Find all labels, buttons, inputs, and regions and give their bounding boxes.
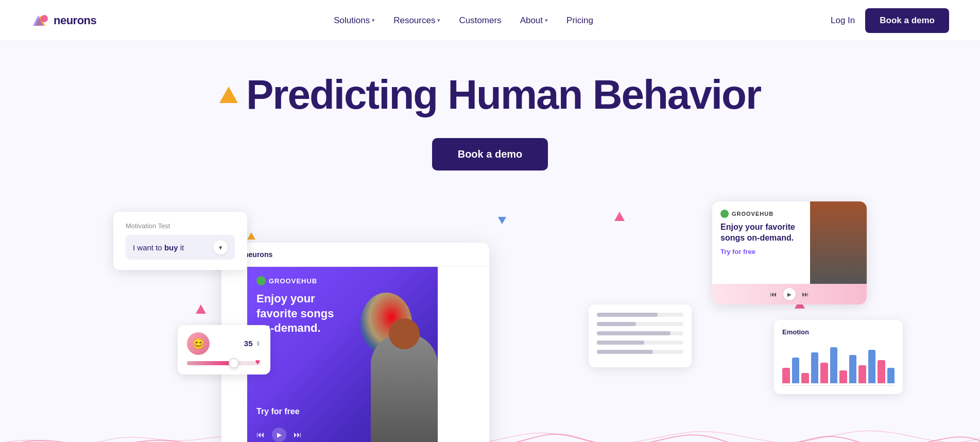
ghc-play-button[interactable]: ▶ (783, 288, 796, 300)
metric-bar-fill-1 (597, 322, 636, 326)
nav-item-pricing[interactable]: Pricing (566, 15, 593, 26)
metric-bar-row-3 (597, 341, 683, 345)
groovehub-card-brand: GROOVEHUB (720, 210, 802, 218)
metric-bar-row-4 (597, 350, 683, 354)
metric-bar-track-1 (597, 322, 683, 326)
user-age-gender: 35 ♀ (244, 339, 261, 348)
user-slider[interactable]: ♥ (187, 361, 261, 365)
emotion-bar-6 (839, 370, 847, 383)
logo[interactable]: neurons (31, 11, 96, 30)
metric-bar-fill-2 (597, 331, 670, 335)
nav-actions: Log In Book a demo (831, 8, 949, 33)
heart-icon: ♥ (255, 358, 261, 367)
groovehub-card-controls: ⏮ ▶ ⏭ (712, 284, 867, 304)
groovehub-card-content: GROOVEHUB Enjoy your favorite songs on-d… (712, 201, 867, 284)
triangle-accent-icon (219, 87, 238, 103)
emotion-bar-5 (830, 347, 838, 383)
nav-item-solutions[interactable]: Solutions ▾ (334, 15, 375, 26)
emotion-chart-baseline (782, 385, 895, 386)
emotion-bar-2 (801, 373, 809, 383)
metric-bar-fill-3 (597, 341, 644, 345)
emotion-bar-10 (878, 360, 885, 383)
navbar: neurons Solutions ▾ Resources ▾ Customer… (0, 0, 980, 41)
skip-back-icon[interactable]: ⏮ (256, 430, 265, 439)
groovehub-card-cta[interactable]: Try for free (720, 248, 802, 256)
slider-fill (187, 361, 230, 365)
metric-bar-row-0 (597, 313, 683, 317)
nav-item-about[interactable]: About ▾ (520, 15, 548, 26)
resources-link[interactable]: Resources ▾ (393, 15, 440, 26)
svg-point-2 (41, 15, 48, 22)
metric-bar-track-2 (597, 331, 683, 335)
hero-section: Predicting Human Behavior Book a demo Mo… (0, 41, 980, 442)
groovehub-dot-icon (256, 276, 266, 285)
motivation-card: Motivation Test I want to buy it ▾ (113, 212, 247, 270)
hero-visuals: Motivation Test I want to buy it ▾ neuro… (0, 201, 980, 442)
about-link[interactable]: About ▾ (520, 15, 548, 26)
nav-links: Solutions ▾ Resources ▾ Customers About … (334, 15, 593, 26)
deco-triangle-yellow-1 (247, 232, 255, 240)
ghc-skip-back-icon[interactable]: ⏮ (770, 290, 777, 298)
emotion-bar-8 (858, 365, 866, 383)
groovehub-inner-cta[interactable]: Try for free (256, 407, 300, 416)
user-age: 35 (244, 339, 253, 348)
emotion-chart (782, 342, 895, 383)
motivation-text: I want to buy it (133, 243, 184, 252)
groovehub-card-image (810, 201, 867, 284)
nav-item-customers[interactable]: Customers (459, 15, 501, 26)
motivation-dropdown[interactable]: I want to buy it ▾ (126, 235, 235, 260)
metric-bar-row-1 (597, 322, 683, 326)
hero-title-wrapper: Predicting Human Behavior (219, 72, 761, 117)
logo-text: neurons (54, 14, 96, 27)
play-button[interactable]: ▶ (272, 428, 286, 442)
resources-chevron: ▾ (437, 17, 440, 24)
groovehub-card: GROOVEHUB Enjoy your favorite songs on-d… (712, 201, 867, 304)
groovehub-card-brand-name: GROOVEHUB (732, 211, 773, 217)
skip-forward-icon[interactable]: ⏭ (294, 430, 302, 439)
deco-triangle-blue-1 (498, 217, 506, 224)
metric-bar-fill-0 (597, 313, 658, 317)
waveform-svg (0, 407, 980, 442)
hero-title: Predicting Human Behavior (246, 72, 761, 117)
nav-item-resources[interactable]: Resources ▾ (393, 15, 440, 26)
login-button[interactable]: Log In (831, 15, 855, 26)
groovehub-inner-brand-label: GROOVEHUB (256, 276, 317, 285)
groovehub-card-text: GROOVEHUB Enjoy your favorite songs on-d… (712, 201, 810, 284)
customers-link[interactable]: Customers (459, 15, 501, 26)
user-avatar: 😊 (187, 332, 210, 355)
metric-bar-track-4 (597, 350, 683, 354)
metric-bar-row-2 (597, 331, 683, 335)
metric-bars-container (597, 313, 683, 354)
user-card-top: 😊 35 ♀ (187, 332, 261, 355)
groovehub-card-heading: Enjoy your favorite songs on-demand. (720, 222, 802, 244)
emotion-card: Emotion (774, 320, 903, 394)
dropdown-chevron-icon: ▾ (213, 240, 228, 254)
solutions-link[interactable]: Solutions ▾ (334, 15, 375, 26)
gender-icon: ♀ (255, 339, 261, 348)
about-chevron: ▾ (545, 17, 548, 24)
hero-cta: Book a demo (432, 138, 548, 171)
metrics-card (589, 304, 692, 367)
emotion-bar-11 (887, 368, 895, 383)
metric-bar-track-3 (597, 341, 683, 345)
pricing-link[interactable]: Pricing (566, 15, 593, 26)
emotion-bar-3 (811, 352, 819, 383)
groovehub-inner-heading: Enjoy your favorite songs on-demand. (256, 292, 349, 336)
groovehub-inner-brand-name: GROOVEHUB (269, 277, 317, 285)
logo-icon (31, 11, 49, 30)
emotion-card-title: Emotion (782, 328, 895, 336)
player-controls: ⏮ ▶ ⏭ (256, 428, 302, 442)
product-logo-text: neurons (244, 250, 272, 259)
emotion-bar-7 (849, 355, 857, 383)
product-screenshot-header: neurons (221, 243, 489, 267)
book-demo-hero-button[interactable]: Book a demo (432, 138, 548, 171)
ghc-skip-forward-icon[interactable]: ⏭ (802, 290, 809, 298)
person-body (371, 334, 438, 442)
deco-triangle-pink-2 (614, 212, 625, 221)
groovehub-card-dot-icon (720, 210, 729, 218)
person-silhouette (371, 334, 438, 442)
person-head (389, 318, 420, 349)
book-demo-nav-button[interactable]: Book a demo (865, 8, 949, 33)
groovehub-card-person (810, 201, 867, 284)
emotion-bar-1 (792, 358, 800, 383)
